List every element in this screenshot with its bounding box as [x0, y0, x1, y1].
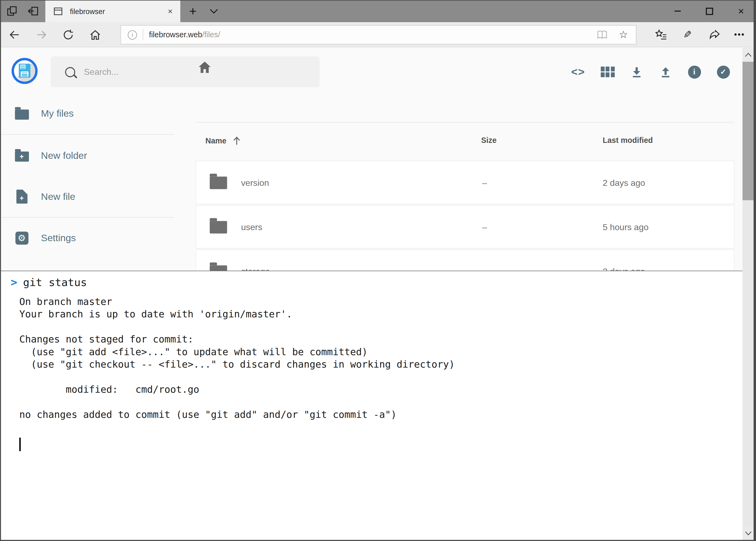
vertical-scrollbar[interactable] [742, 48, 754, 540]
sidebar-item-my-files[interactable]: My files [1, 103, 175, 124]
address-bar[interactable]: i filebrowser.web/files/ ☆ [121, 25, 636, 44]
set-aside-tabs-button[interactable] [23, 0, 44, 22]
breadcrumb-home-icon [197, 60, 212, 75]
sidebar-item-label: New folder [41, 150, 87, 161]
info-button[interactable]: i [684, 61, 705, 83]
row-name: users [241, 206, 262, 249]
column-header-name[interactable]: Name [205, 136, 241, 146]
chevron-down-icon [209, 8, 217, 14]
row-size: – [482, 206, 487, 249]
raw-view-button[interactable]: <> [568, 61, 589, 83]
folder-icon [15, 110, 29, 120]
page-favicon-icon [53, 6, 63, 16]
address-separator [143, 29, 143, 41]
terminal-output-line: On branch master [19, 295, 454, 307]
terminal-output-line: Changes not staged for commit: [19, 333, 454, 345]
window-border-bottom [0, 540, 756, 541]
refresh-button[interactable] [58, 26, 78, 44]
terminal-command: git status [23, 276, 87, 289]
info-icon: i [688, 65, 701, 78]
browser-toolbar: i filebrowser.web/files/ ☆ [0, 22, 756, 47]
switch-view-button[interactable] [597, 61, 619, 83]
refresh-icon [62, 29, 74, 41]
favorite-star-icon: ☆ [619, 29, 628, 41]
sidebar-item-settings[interactable]: ⚙ Settings [1, 227, 175, 249]
row-size: – [482, 161, 487, 205]
folder-icon [210, 177, 227, 189]
prompt-chevron-icon: > [11, 276, 17, 288]
window-border-left [0, 0, 1, 541]
add-favorite-button[interactable]: ☆ [613, 26, 634, 43]
upload-button[interactable] [655, 61, 676, 83]
check-icon: ✓ [717, 65, 730, 78]
back-button[interactable] [5, 26, 24, 44]
url-path: /files/ [202, 31, 220, 39]
window-minimize-button[interactable] [662, 0, 692, 22]
grid-view-icon [601, 66, 615, 77]
window-border-top [0, 0, 756, 1]
sidebar-item-label: Settings [41, 232, 76, 244]
file-row-users[interactable]: users – 5 hours ago [196, 205, 734, 249]
sidebar-item-new-folder[interactable]: + New folder [1, 145, 175, 166]
sidebar-item-label: New file [41, 191, 75, 202]
set-aside-tabs-icon [28, 5, 39, 17]
select-multiple-button[interactable]: ✓ [712, 61, 734, 83]
terminal-output: On branch master Your branch is up to da… [19, 295, 454, 420]
new-folder-icon: + [15, 152, 29, 162]
chevron-up-icon [745, 52, 751, 57]
row-name: version [241, 161, 269, 205]
upload-icon [659, 65, 672, 78]
breadcrumb-home-button[interactable] [195, 58, 214, 77]
terminal-output-line: modified: cmd/root.go [19, 383, 454, 395]
settings-more-button[interactable]: ••• [729, 26, 750, 44]
window-close-button[interactable]: × [726, 0, 756, 22]
url-host: filebrowser.web [149, 31, 202, 39]
filebrowser-logo[interactable] [12, 58, 38, 84]
row-modified: 2 days ago [603, 161, 645, 205]
scroll-up-button[interactable] [742, 48, 754, 61]
close-icon: × [738, 5, 744, 17]
sidebar-item-new-file[interactable]: + New file [1, 186, 175, 207]
column-header-size[interactable]: Size [481, 136, 497, 145]
tab-preview-button[interactable] [3, 0, 21, 22]
annotate-button[interactable]: ✎ [677, 26, 698, 44]
column-header-modified[interactable]: Last modified [603, 136, 653, 145]
floppy-disk-icon [19, 64, 31, 78]
scrollbar-thumb[interactable] [742, 62, 754, 201]
forward-button[interactable] [32, 26, 51, 44]
tab-preview-icon [6, 5, 18, 17]
share-button[interactable] [704, 26, 725, 44]
home-icon [89, 29, 101, 41]
sidebar-divider [1, 134, 175, 135]
download-button[interactable] [626, 61, 647, 83]
back-icon [9, 29, 20, 41]
reading-view-book-icon [597, 29, 608, 40]
maximize-icon [705, 8, 713, 15]
terminal-panel[interactable]: > git status On branch master Your branc… [1, 270, 742, 540]
terminal-cursor [19, 437, 21, 451]
browser-tab-filebrowser[interactable]: filebrowser × [45, 1, 180, 22]
download-icon [630, 65, 643, 78]
window-border-right [754, 0, 756, 541]
sidebar-divider [1, 217, 175, 218]
tab-close-button[interactable]: × [168, 6, 173, 16]
browser-window: filebrowser × + × [0, 0, 756, 541]
window-maximize-button[interactable] [694, 0, 724, 22]
share-icon [708, 29, 721, 41]
search-bar[interactable] [51, 56, 320, 87]
new-tab-button[interactable]: + [183, 0, 202, 22]
terminal-output-line: (use "git checkout -- <file>..." to disc… [19, 358, 454, 370]
folder-icon [210, 221, 227, 234]
search-input[interactable] [83, 66, 297, 78]
tab-list-dropdown-button[interactable] [204, 0, 223, 22]
reading-view-button[interactable] [592, 26, 613, 43]
scroll-down-button[interactable] [742, 526, 754, 540]
home-button[interactable] [85, 26, 105, 44]
terminal-output-line: no changes added to commit (use "git add… [19, 408, 454, 420]
file-row-version[interactable]: version – 2 days ago [196, 161, 734, 204]
site-info-icon[interactable]: i [127, 30, 137, 39]
forward-icon [36, 29, 47, 41]
row-modified: 5 hours ago [603, 206, 648, 249]
more-ellipsis-icon: ••• [734, 31, 745, 39]
favorites-hub-button[interactable] [650, 26, 672, 44]
